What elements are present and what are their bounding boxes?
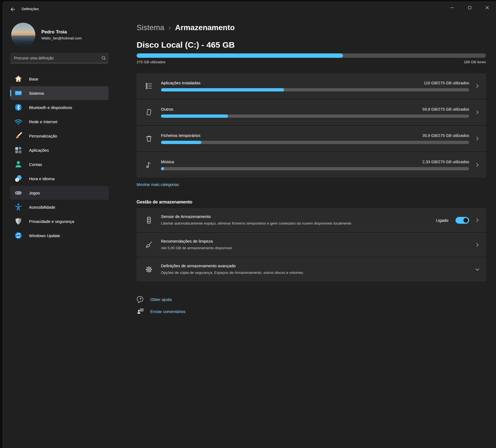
gamepad-icon [14, 189, 22, 197]
brush-icon [14, 132, 22, 140]
sidebar-item-label: Sistema [29, 91, 44, 96]
svg-text:?: ? [140, 297, 141, 301]
get-help-link[interactable]: ? Obter ajuda [137, 295, 486, 303]
category-bar [161, 114, 469, 118]
category-bar [161, 167, 469, 170]
sidebar-item-label: Windows Update [29, 233, 60, 238]
clock-globe-icon [14, 174, 22, 183]
disk-free-label: 189 GB livres [464, 60, 486, 64]
main-content: Sistema › Armazenamento Disco Local (C:)… [137, 16, 486, 448]
breadcrumb-separator-icon: › [169, 24, 171, 31]
storage-sense-row[interactable]: Sensor de Armazenamento Libertar automat… [137, 208, 486, 232]
storage-sense-title: Sensor de Armazenamento [161, 214, 429, 219]
search-box [10, 53, 109, 63]
app-title: Definições [22, 7, 39, 11]
cleanup-recommendations-row[interactable]: Recomendações de limpeza Até 5,00 GB de … [137, 233, 486, 257]
gear-icon [137, 265, 161, 274]
category-row-music[interactable]: Música 2,33 GB/275 GB utilizados [137, 152, 486, 177]
sidebar-item-privacidade[interactable]: Privacidade e segurança [10, 214, 109, 228]
storage-sense-icon [137, 216, 161, 224]
category-value: 35,9 GB/275 GB utilizados [422, 133, 469, 138]
sidebar-item-personalizacao[interactable]: Personalização [10, 129, 109, 143]
disk-usage-fill [137, 53, 343, 58]
accessibility-icon [14, 203, 22, 211]
chevron-down-icon [469, 268, 486, 271]
sidebar-item-label: Contas [29, 162, 42, 167]
person-icon [14, 160, 22, 168]
storage-sense-description: Libertar automaticamente espaço, elimina… [161, 221, 429, 226]
disk-used-label: 275 GB utilizados [137, 60, 166, 64]
sidebar-item-label: Personalização [29, 134, 57, 138]
sidebar-item-label: Rede e Internet [29, 119, 57, 124]
sidebar-item-label: Privacidade e segurança [29, 219, 74, 224]
broom-icon [137, 241, 161, 249]
minimize-button[interactable] [443, 2, 461, 13]
sidebar-item-aplicacoes[interactable]: Aplicações [10, 143, 109, 157]
sidebar-item-base[interactable]: Base [10, 72, 109, 86]
feedback-icon [137, 308, 144, 315]
storage-sense-toggle[interactable] [455, 217, 469, 224]
breadcrumb-current: Armazenamento [175, 23, 235, 32]
category-bar [161, 141, 469, 144]
show-more-categories-link[interactable]: Mostrar mais categorias [137, 182, 179, 187]
sidebar-item-sistema[interactable]: Sistema [10, 86, 109, 100]
sidebar-item-contas[interactable]: Contas [10, 157, 109, 171]
chevron-right-icon [469, 162, 486, 168]
category-label: Aplicações instaladas [161, 81, 200, 85]
advanced-storage-row[interactable]: Definições de armazenamento avançado Opç… [137, 258, 486, 281]
category-bar [161, 88, 469, 91]
search-input[interactable] [10, 56, 99, 60]
sidebar-item-bluetooth[interactable]: Bluetooth e dispositivos [10, 100, 109, 114]
advanced-description: Opções de cópia de segurança, Espaços de… [161, 270, 463, 275]
music-note-icon [137, 161, 161, 169]
category-value: 2,33 GB/275 GB utilizados [422, 160, 469, 164]
sidebar-item-label: Hora e idioma [29, 176, 54, 181]
chevron-right-icon [469, 217, 486, 223]
profile-name: Pedro Troia [41, 29, 82, 35]
cleanup-description: Até 5,00 GB de armazenamento disponível. [161, 245, 463, 251]
category-row-temp-files[interactable]: Ficheiros temporários 35,9 GB/275 GB uti… [137, 126, 486, 151]
disk-title: Disco Local (C:) - 465 GB [137, 40, 486, 50]
sidebar-item-acessibilidade[interactable]: Acessibilidade [10, 200, 109, 214]
back-arrow-icon [10, 7, 16, 13]
minimize-icon [451, 6, 454, 9]
footer: ? Obter ajuda Enviar comentários [137, 295, 486, 315]
chevron-right-icon [469, 242, 486, 248]
back-button[interactable] [7, 6, 18, 14]
close-icon [486, 6, 489, 9]
sidebar-item-rede[interactable]: Rede e Internet [10, 115, 109, 128]
apps-icon [14, 146, 22, 154]
home-icon [14, 75, 22, 83]
profile[interactable]: Pedro Troia Watto_fan@hotmail.com [11, 23, 110, 47]
chevron-right-icon [469, 109, 486, 115]
breadcrumb: Sistema › Armazenamento [137, 23, 486, 32]
bluetooth-icon [14, 103, 22, 111]
sidebar-item-label: Acessibilidade [29, 205, 55, 209]
maximize-button[interactable] [461, 2, 478, 13]
settings-window: Definições Pedro Troia Watto_fan@hotmail… [3, 2, 496, 448]
wifi-icon [14, 117, 22, 126]
chevron-right-icon [469, 83, 486, 89]
sidebar-item-hora-idioma[interactable]: Hora e idioma [10, 172, 109, 185]
update-icon [14, 231, 22, 240]
sidebar-item-jogos[interactable]: Jogos [10, 186, 109, 200]
category-label: Música [161, 159, 174, 164]
sidebar-item-label: Bluetooth e dispositivos [29, 105, 72, 110]
advanced-title: Definições de armazenamento avançado [161, 263, 463, 268]
breadcrumb-parent[interactable]: Sistema [137, 23, 164, 32]
disk-usage-bar [137, 53, 486, 58]
sidebar-item-label: Aplicações [29, 148, 49, 153]
toggle-knob [463, 218, 468, 223]
sidebar-item-windows-update[interactable]: Windows Update [10, 229, 109, 242]
category-row-installed-apps[interactable]: Aplicações instaladas 110 GB/275 GB util… [137, 73, 486, 99]
search-icon [99, 56, 108, 61]
installed-apps-icon [137, 82, 161, 90]
category-row-other[interactable]: Outros 59,9 GB/275 GB utilizados [137, 100, 486, 125]
title-bar: Definições [3, 2, 496, 16]
close-button[interactable] [478, 2, 496, 13]
category-value: 110 GB/275 GB utilizados [424, 81, 469, 85]
send-feedback-link[interactable]: Enviar comentários [137, 308, 486, 315]
category-label: Outros [161, 107, 173, 111]
shield-icon [14, 217, 22, 225]
caption-controls [443, 2, 496, 13]
